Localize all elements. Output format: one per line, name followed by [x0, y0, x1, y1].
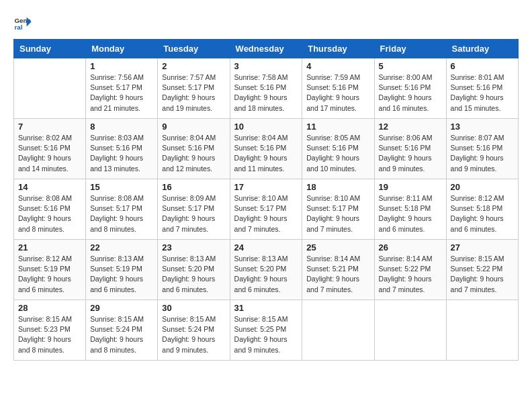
calendar-cell: 29Sunrise: 8:15 AMSunset: 5:24 PMDayligh…	[86, 300, 158, 361]
day-info: Sunrise: 8:15 AMSunset: 5:25 PMDaylight:…	[234, 314, 298, 355]
calendar-cell: 2Sunrise: 7:57 AMSunset: 5:17 PMDaylight…	[158, 58, 230, 119]
day-number: 21	[18, 242, 81, 253]
day-info: Sunrise: 7:59 AMSunset: 5:16 PMDaylight:…	[306, 73, 369, 113]
day-of-week-header: Sunday	[14, 40, 86, 58]
day-info: Sunrise: 8:06 AMSunset: 5:16 PMDaylight:…	[379, 133, 442, 174]
calendar-cell: 14Sunrise: 8:08 AMSunset: 5:16 PMDayligh…	[14, 179, 86, 240]
day-info: Sunrise: 8:04 AMSunset: 5:16 PMDaylight:…	[162, 133, 225, 174]
day-info: Sunrise: 8:03 AMSunset: 5:16 PMDaylight:…	[90, 133, 153, 174]
day-number: 6	[451, 61, 514, 71]
day-info: Sunrise: 8:15 AMSunset: 5:24 PMDaylight:…	[162, 314, 225, 355]
calendar-cell: 23Sunrise: 8:13 AMSunset: 5:20 PMDayligh…	[158, 240, 230, 300]
calendar-cell	[374, 300, 446, 361]
logo: Gene ral	[13, 13, 35, 32]
day-info: Sunrise: 8:14 AMSunset: 5:22 PMDaylight:…	[379, 254, 442, 295]
calendar-cell: 28Sunrise: 8:15 AMSunset: 5:23 PMDayligh…	[14, 300, 86, 361]
day-of-week-header: Thursday	[302, 40, 374, 58]
day-number: 10	[234, 122, 298, 132]
day-info: Sunrise: 8:14 AMSunset: 5:21 PMDaylight:…	[306, 254, 369, 295]
calendar-cell: 12Sunrise: 8:06 AMSunset: 5:16 PMDayligh…	[374, 119, 446, 179]
day-info: Sunrise: 7:57 AMSunset: 5:17 PMDaylight:…	[162, 73, 225, 113]
calendar-cell: 15Sunrise: 8:08 AMSunset: 5:17 PMDayligh…	[86, 179, 158, 240]
calendar-cell: 27Sunrise: 8:15 AMSunset: 5:22 PMDayligh…	[446, 240, 518, 300]
day-info: Sunrise: 8:13 AMSunset: 5:20 PMDaylight:…	[162, 254, 225, 295]
day-number: 4	[306, 61, 369, 71]
day-info: Sunrise: 7:56 AMSunset: 5:17 PMDaylight:…	[90, 73, 153, 113]
day-info: Sunrise: 8:04 AMSunset: 5:16 PMDaylight:…	[234, 133, 298, 174]
day-info: Sunrise: 8:12 AMSunset: 5:19 PMDaylight:…	[18, 254, 81, 295]
day-of-week-header: Monday	[86, 40, 158, 58]
day-number: 8	[90, 122, 153, 132]
calendar-cell: 5Sunrise: 8:00 AMSunset: 5:16 PMDaylight…	[374, 58, 446, 119]
day-number: 27	[451, 242, 514, 253]
day-number: 17	[234, 182, 298, 192]
calendar-cell: 6Sunrise: 8:01 AMSunset: 5:16 PMDaylight…	[446, 58, 518, 119]
day-info: Sunrise: 8:13 AMSunset: 5:20 PMDaylight:…	[234, 254, 298, 295]
day-number: 13	[451, 122, 514, 132]
calendar-cell: 17Sunrise: 8:10 AMSunset: 5:17 PMDayligh…	[230, 179, 302, 240]
calendar-table: SundayMondayTuesdayWednesdayThursdayFrid…	[13, 39, 519, 361]
calendar-cell: 3Sunrise: 7:58 AMSunset: 5:16 PMDaylight…	[230, 58, 302, 119]
page-header: Gene ral	[13, 13, 519, 32]
day-info: Sunrise: 8:09 AMSunset: 5:17 PMDaylight:…	[162, 193, 225, 234]
week-row: 28Sunrise: 8:15 AMSunset: 5:23 PMDayligh…	[14, 300, 519, 361]
day-of-week-header: Friday	[374, 40, 446, 58]
day-number: 12	[379, 122, 442, 132]
calendar-cell: 18Sunrise: 8:10 AMSunset: 5:17 PMDayligh…	[302, 179, 374, 240]
day-number: 7	[18, 122, 81, 132]
day-number: 25	[306, 242, 369, 253]
calendar-cell: 30Sunrise: 8:15 AMSunset: 5:24 PMDayligh…	[158, 300, 230, 361]
day-info: Sunrise: 8:10 AMSunset: 5:17 PMDaylight:…	[306, 193, 369, 234]
day-number: 2	[162, 61, 225, 71]
day-info: Sunrise: 8:07 AMSunset: 5:16 PMDaylight:…	[451, 133, 514, 174]
calendar-cell: 21Sunrise: 8:12 AMSunset: 5:19 PMDayligh…	[14, 240, 86, 300]
calendar-cell: 8Sunrise: 8:03 AMSunset: 5:16 PMDaylight…	[86, 119, 158, 179]
day-info: Sunrise: 8:13 AMSunset: 5:19 PMDaylight:…	[90, 254, 153, 295]
day-info: Sunrise: 8:15 AMSunset: 5:24 PMDaylight:…	[90, 314, 153, 355]
calendar-cell: 20Sunrise: 8:12 AMSunset: 5:18 PMDayligh…	[446, 179, 518, 240]
svg-text:ral: ral	[14, 24, 22, 31]
day-info: Sunrise: 8:08 AMSunset: 5:17 PMDaylight:…	[90, 193, 153, 234]
calendar-cell: 31Sunrise: 8:15 AMSunset: 5:25 PMDayligh…	[230, 300, 302, 361]
day-info: Sunrise: 8:08 AMSunset: 5:16 PMDaylight:…	[18, 193, 81, 234]
calendar-cell: 11Sunrise: 8:05 AMSunset: 5:16 PMDayligh…	[302, 119, 374, 179]
calendar-cell: 9Sunrise: 8:04 AMSunset: 5:16 PMDaylight…	[158, 119, 230, 179]
day-info: Sunrise: 8:15 AMSunset: 5:22 PMDaylight:…	[451, 254, 514, 295]
calendar-cell: 16Sunrise: 8:09 AMSunset: 5:17 PMDayligh…	[158, 179, 230, 240]
day-info: Sunrise: 8:05 AMSunset: 5:16 PMDaylight:…	[306, 133, 369, 174]
calendar-cell: 19Sunrise: 8:11 AMSunset: 5:18 PMDayligh…	[374, 179, 446, 240]
calendar-header-row: SundayMondayTuesdayWednesdayThursdayFrid…	[14, 40, 519, 58]
calendar-cell: 13Sunrise: 8:07 AMSunset: 5:16 PMDayligh…	[446, 119, 518, 179]
day-number: 19	[379, 182, 442, 192]
day-info: Sunrise: 8:12 AMSunset: 5:18 PMDaylight:…	[451, 193, 514, 234]
day-number: 3	[234, 61, 298, 71]
day-info: Sunrise: 8:11 AMSunset: 5:18 PMDaylight:…	[379, 193, 442, 234]
day-number: 15	[90, 182, 153, 192]
day-of-week-header: Wednesday	[230, 40, 302, 58]
calendar-cell: 10Sunrise: 8:04 AMSunset: 5:16 PMDayligh…	[230, 119, 302, 179]
day-of-week-header: Saturday	[446, 40, 518, 58]
day-number: 24	[234, 242, 298, 253]
calendar-cell: 26Sunrise: 8:14 AMSunset: 5:22 PMDayligh…	[374, 240, 446, 300]
week-row: 21Sunrise: 8:12 AMSunset: 5:19 PMDayligh…	[14, 240, 519, 300]
day-of-week-header: Tuesday	[158, 40, 230, 58]
day-number: 23	[162, 242, 225, 253]
day-number: 26	[379, 242, 442, 253]
week-row: 7Sunrise: 8:02 AMSunset: 5:16 PMDaylight…	[14, 119, 519, 179]
day-number: 22	[90, 242, 153, 253]
day-number: 31	[234, 303, 298, 313]
calendar-cell: 24Sunrise: 8:13 AMSunset: 5:20 PMDayligh…	[230, 240, 302, 300]
day-number: 16	[162, 182, 225, 192]
day-number: 11	[306, 122, 369, 132]
calendar-cell: 4Sunrise: 7:59 AMSunset: 5:16 PMDaylight…	[302, 58, 374, 119]
day-info: Sunrise: 8:02 AMSunset: 5:16 PMDaylight:…	[18, 133, 81, 174]
calendar-cell: 22Sunrise: 8:13 AMSunset: 5:19 PMDayligh…	[86, 240, 158, 300]
day-number: 20	[451, 182, 514, 192]
week-row: 1Sunrise: 7:56 AMSunset: 5:17 PMDaylight…	[14, 58, 519, 119]
calendar-cell: 1Sunrise: 7:56 AMSunset: 5:17 PMDaylight…	[86, 58, 158, 119]
day-info: Sunrise: 8:10 AMSunset: 5:17 PMDaylight:…	[234, 193, 298, 234]
day-number: 5	[379, 61, 442, 71]
day-number: 9	[162, 122, 225, 132]
day-number: 29	[90, 303, 153, 313]
day-number: 1	[90, 61, 153, 71]
